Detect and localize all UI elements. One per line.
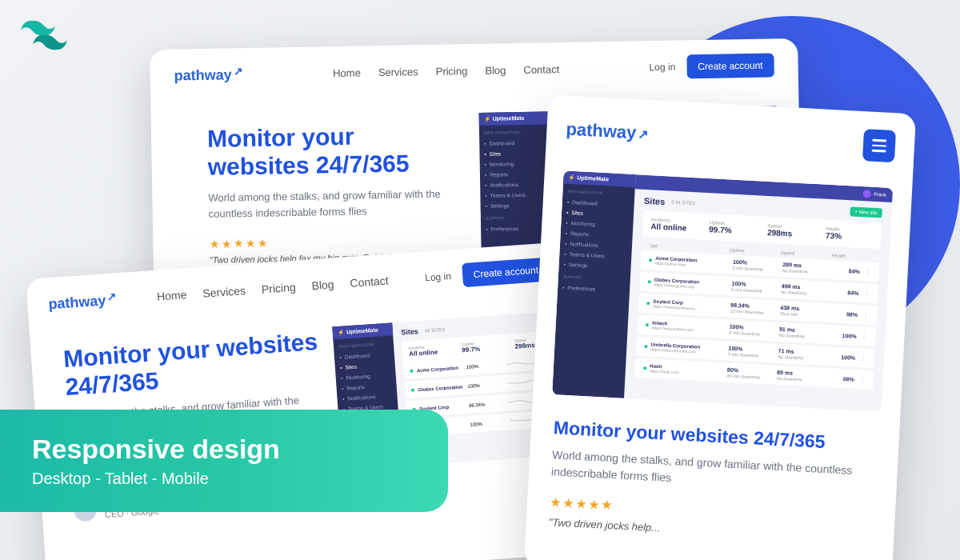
login-link[interactable]: Log in: [425, 270, 452, 283]
sidebar-item-settings[interactable]: ▪ Settings: [563, 259, 626, 273]
menu-bar-icon: [872, 144, 886, 146]
banner-subtitle: Desktop - Tablet - Mobile: [32, 470, 416, 488]
nav-links: Home Services Pricing Blog Contact: [333, 63, 559, 79]
create-account-button[interactable]: Create account: [686, 53, 774, 78]
tablet-preview-card: pathway↗ Home Services Pricing Blog Cont…: [26, 242, 590, 560]
promo-banner: Responsive design Desktop - Tablet - Mob…: [0, 410, 448, 512]
hero-subtitle: World among the stalks, and grow familia…: [208, 186, 449, 222]
nav-services[interactable]: Services: [202, 284, 246, 300]
hero-subtitle: World among the stalks, and grow familia…: [551, 446, 876, 497]
nav-home[interactable]: Home: [333, 66, 361, 79]
nav-pricing[interactable]: Pricing: [261, 281, 296, 296]
dashboard-preview: ⚡ UptimeMate MAIN NAVIGATION ▪ Dashboard…: [552, 170, 893, 411]
mobile-preview-card: pathway↗ ⚡ UptimeMate MAIN NAVIGATION ▪ …: [524, 94, 916, 560]
hero-title: Monitor your websites24/7/365: [62, 328, 320, 401]
nav-pricing[interactable]: Pricing: [436, 65, 468, 78]
nav-contact[interactable]: Contact: [523, 63, 559, 76]
tailwind-logo-icon: [20, 20, 68, 54]
nav-services[interactable]: Services: [378, 66, 418, 78]
star-rating-icon: ★★★★★: [209, 234, 449, 250]
create-account-button[interactable]: Create account: [462, 258, 550, 288]
menu-bar-icon: [872, 150, 886, 152]
nav-blog[interactable]: Blog: [485, 64, 506, 76]
arrow-icon: ↗: [234, 65, 243, 78]
brand-logo[interactable]: pathway↗: [566, 119, 649, 144]
dashboard-title: Sites: [644, 196, 666, 206]
brand-logo[interactable]: pathway↗: [48, 291, 118, 313]
banner-title: Responsive design: [32, 434, 416, 465]
tab-sites[interactable]: 0 IN SITES: [671, 200, 695, 206]
avatar-icon: [862, 190, 871, 198]
nav-home[interactable]: Home: [157, 288, 187, 303]
new-site-button[interactable]: + New site: [850, 206, 882, 218]
nav-contact[interactable]: Contact: [350, 274, 389, 290]
sidebar-item-preferences[interactable]: ▪ Preferences: [562, 282, 626, 296]
login-link[interactable]: Log in: [649, 62, 675, 74]
user-badge[interactable]: Frank: [862, 190, 886, 199]
arrow-icon: ↗: [638, 127, 649, 142]
nav-blog[interactable]: Blog: [311, 278, 334, 292]
brand-logo[interactable]: pathway↗: [174, 66, 243, 84]
hamburger-menu-button[interactable]: [862, 129, 896, 162]
hero-title: Monitor yourwebsites 24/7/365: [207, 122, 448, 181]
dashboard-brand: ⚡ UptimeMate: [479, 111, 555, 126]
menu-bar-icon: [872, 139, 886, 142]
arrow-icon: ↗: [106, 290, 117, 303]
